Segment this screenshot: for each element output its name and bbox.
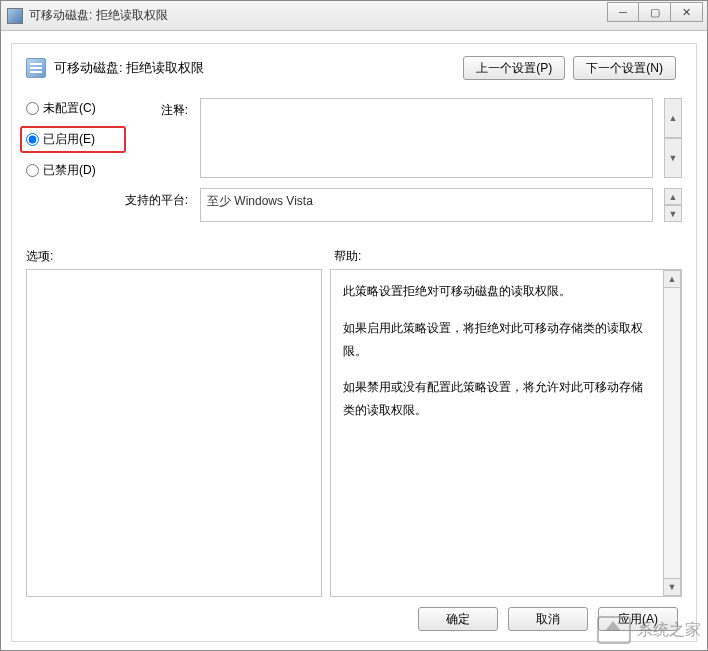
help-box: 此策略设置拒绝对可移动磁盘的读取权限。 如果启用此策略设置，将拒绝对此可移动存储… <box>330 269 682 597</box>
prev-setting-button[interactable]: 上一个设置(P) <box>463 56 565 80</box>
radio-enabled-label: 已启用(E) <box>43 131 95 148</box>
minimize-button[interactable]: ─ <box>607 2 639 22</box>
comment-label: 注释: <box>120 98 188 178</box>
supported-platform-value: 至少 Windows Vista <box>207 194 313 208</box>
comment-scroll-down[interactable]: ▼ <box>664 138 682 178</box>
state-radio-group: 未配置(C) 已启用(E) 已禁用(D) <box>26 98 120 179</box>
ok-button[interactable]: 确定 <box>418 607 498 631</box>
help-paragraph: 如果禁用或没有配置此策略设置，将允许对此可移动存储类的读取权限。 <box>343 376 651 422</box>
radio-not-configured-label: 未配置(C) <box>43 100 96 117</box>
help-paragraph: 如果启用此策略设置，将拒绝对此可移动存储类的读取权限。 <box>343 317 651 363</box>
help-label: 帮助: <box>334 248 361 265</box>
platform-label: 支持的平台: <box>120 188 188 222</box>
supported-platform-field: 至少 Windows Vista <box>200 188 653 222</box>
dialog-button-row: 确定 取消 应用(A) <box>26 607 682 631</box>
radio-enabled[interactable]: 已启用(E) <box>26 131 120 148</box>
radio-disabled-label: 已禁用(D) <box>43 162 96 179</box>
platform-scroll-down[interactable]: ▼ <box>664 205 682 222</box>
help-paragraph: 此策略设置拒绝对可移动磁盘的读取权限。 <box>343 280 651 303</box>
next-setting-button[interactable]: 下一个设置(N) <box>573 56 676 80</box>
options-box <box>26 269 322 597</box>
titlebar: 可移动磁盘: 拒绝读取权限 ─ ▢ ✕ <box>1 1 707 31</box>
content-area: 可移动磁盘: 拒绝读取权限 上一个设置(P) 下一个设置(N) 未配置(C) 已… <box>1 31 707 651</box>
options-label: 选项: <box>26 248 334 265</box>
panel-header: 可移动磁盘: 拒绝读取权限 上一个设置(P) 下一个设置(N) <box>26 56 682 80</box>
help-scroll-up[interactable]: ▲ <box>663 270 681 288</box>
radio-disabled[interactable]: 已禁用(D) <box>26 162 120 179</box>
cancel-button[interactable]: 取消 <box>508 607 588 631</box>
radio-not-configured-input[interactable] <box>26 102 39 115</box>
window-title: 可移动磁盘: 拒绝读取权限 <box>29 7 168 24</box>
policy-icon <box>26 58 46 78</box>
apply-button[interactable]: 应用(A) <box>598 607 678 631</box>
platform-scroll-up[interactable]: ▲ <box>664 188 682 205</box>
comment-textarea[interactable] <box>200 98 653 178</box>
help-text: 此策略设置拒绝对可移动磁盘的读取权限。 如果启用此策略设置，将拒绝对此可移动存储… <box>331 270 663 596</box>
help-scroll-track[interactable] <box>663 288 681 578</box>
maximize-button[interactable]: ▢ <box>639 2 671 22</box>
close-button[interactable]: ✕ <box>671 2 703 22</box>
app-icon <box>7 8 23 24</box>
main-panel: 可移动磁盘: 拒绝读取权限 上一个设置(P) 下一个设置(N) 未配置(C) 已… <box>11 43 697 642</box>
radio-disabled-input[interactable] <box>26 164 39 177</box>
policy-title: 可移动磁盘: 拒绝读取权限 <box>54 59 204 77</box>
radio-enabled-input[interactable] <box>26 133 39 146</box>
comment-scroll-up[interactable]: ▲ <box>664 98 682 138</box>
help-scrollbar: ▲ ▼ <box>663 270 681 596</box>
help-scroll-down[interactable]: ▼ <box>663 578 681 596</box>
window-controls: ─ ▢ ✕ <box>607 2 703 22</box>
radio-not-configured[interactable]: 未配置(C) <box>26 100 120 117</box>
